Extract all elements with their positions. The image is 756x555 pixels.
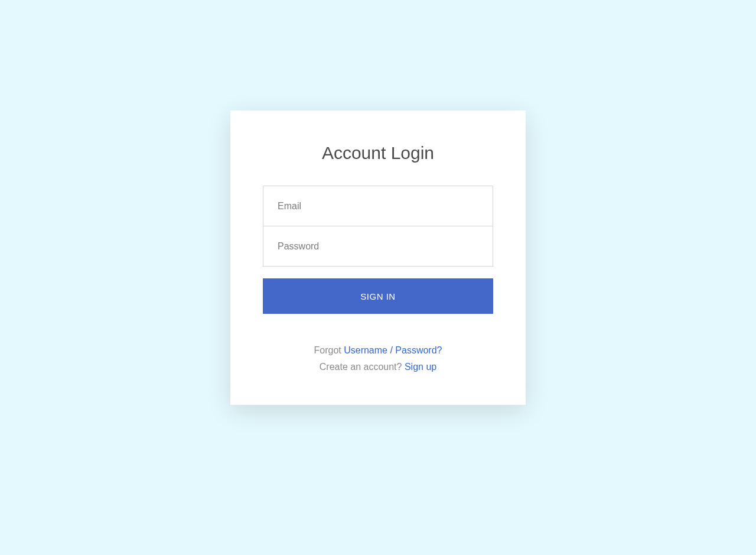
- signup-line: Create an account? Sign up: [263, 359, 493, 375]
- login-card: Account Login SIGN IN Forgot Username / …: [230, 111, 526, 405]
- email-input[interactable]: [263, 186, 493, 226]
- forgot-line: Forgot Username / Password?: [263, 342, 493, 359]
- forgot-prefix: Forgot: [314, 345, 344, 355]
- signup-link[interactable]: Sign up: [405, 362, 436, 372]
- forgot-link[interactable]: Username / Password?: [344, 345, 442, 355]
- signin-button[interactable]: SIGN IN: [263, 278, 493, 314]
- helper-links: Forgot Username / Password? Create an ac…: [263, 342, 493, 375]
- login-title: Account Login: [263, 143, 493, 163]
- signup-prefix: Create an account?: [320, 362, 405, 372]
- input-group: [263, 186, 493, 267]
- password-input[interactable]: [263, 226, 493, 267]
